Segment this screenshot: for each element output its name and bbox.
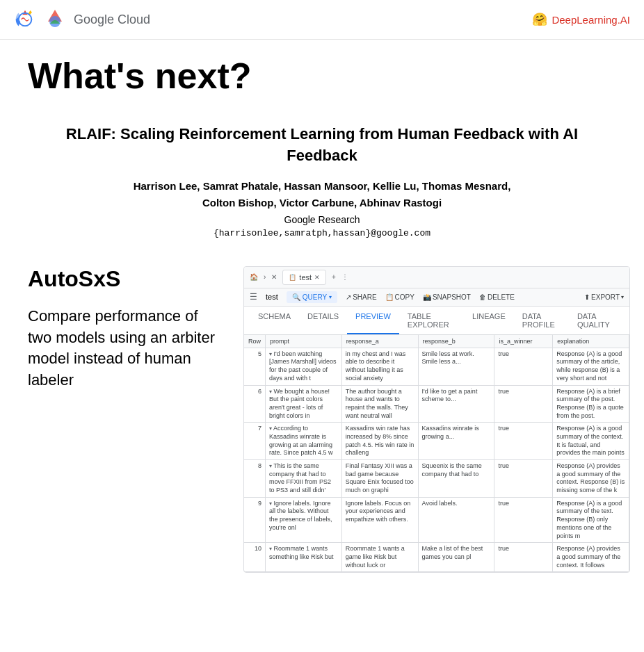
snapshot-button[interactable]: 📸 SNAPSHOT <box>423 293 471 301</box>
tab-data-profile[interactable]: DATA PROFILE <box>514 307 569 334</box>
cell-explanation: Response (A) is a good summary of the ar… <box>553 348 629 385</box>
expand-btn[interactable]: ▾ <box>269 500 272 507</box>
expand-btn[interactable]: ▾ <box>269 351 272 357</box>
cell-row-num: 10 <box>244 543 266 572</box>
copy-button[interactable]: 📋 COPY <box>385 293 414 301</box>
table-row: 9 ▾ Ignore labels. Ignore all the labels… <box>244 497 629 542</box>
expand-btn[interactable]: ▾ <box>269 463 272 469</box>
table-row: 10 ▾ Roommate 1 wants something like Ris… <box>244 543 629 572</box>
paper-institution: Google Research <box>28 214 616 225</box>
bq-toolbar-top: 🏠 › ✕ 📋 test ✕ + ⋮ <box>244 267 629 288</box>
cell-prompt: ▾ We bought a house! But the paint color… <box>266 385 342 423</box>
deeplearning-icon: 🤗 <box>532 12 547 27</box>
data-table: Row prompt response_a response_b is_a_wi… <box>244 335 629 573</box>
cell-prompt: ▾ I'd been watching [James Marshall] vid… <box>266 348 342 385</box>
share-icon: ↗ <box>346 293 351 301</box>
cell-prompt: ▾ According to Kassadins winrate is grow… <box>266 423 342 460</box>
export-button[interactable]: ⬆ EXPORT ▾ <box>584 293 624 301</box>
cell-explanation: Response (A) provides a good summary of … <box>553 460 629 498</box>
col-response-a: response_a <box>341 335 418 348</box>
cell-response-b: Make a list of the best games you can pl <box>418 543 494 572</box>
tab-table-explorer[interactable]: TABLE EXPLORER <box>399 307 464 334</box>
tab-schema[interactable]: SCHEMA <box>250 307 299 334</box>
cell-is-winner: true <box>494 348 553 385</box>
deeplearning-brand: 🤗 DeepLearning.AI <box>532 12 630 27</box>
chevron-down-icon: ▾ <box>329 294 332 300</box>
cell-prompt: ▾ Roommate 1 wants something like Risk b… <box>266 543 342 572</box>
page-title-section: What's next? <box>0 40 644 103</box>
col-response-b: response_b <box>418 335 494 348</box>
table-row: 7 ▾ According to Kassadins winrate is gr… <box>244 423 629 460</box>
cell-prompt: ▾ Ignore labels. Ignore all the labels. … <box>266 497 342 542</box>
export-icon: ⬆ <box>584 293 590 301</box>
cell-explanation: Response (A) is a good summary of the te… <box>553 497 629 542</box>
table-header-row: Row prompt response_a response_b is_a_wi… <box>244 335 629 348</box>
deeplearning-text: DeepLearning.AI <box>552 14 630 26</box>
cell-response-b: I'd like to get a paint scheme to... <box>418 385 494 423</box>
cell-response-b: Kassadins winrate is growing a... <box>418 423 494 460</box>
bq-tab-test[interactable]: 📋 test ✕ <box>282 270 326 285</box>
cell-response-b: Smile less at work. Smile less a... <box>418 348 494 385</box>
google-cloud-logo-svg <box>43 10 67 29</box>
autosxs-title: AutoSxS <box>28 266 223 292</box>
paper-title: RLAIF: Scaling Reinforcement Learning fr… <box>58 124 586 167</box>
share-button[interactable]: ↗ SHARE <box>346 293 376 301</box>
autosxs-description: Compare performance of two models using … <box>28 306 223 391</box>
cell-row-num: 9 <box>244 497 266 542</box>
cell-is-winner: true <box>494 423 553 460</box>
table-row: 8 ▾ This is the same company that had to… <box>244 460 629 498</box>
table-body: 5 ▾ I'd been watching [James Marshall] v… <box>244 348 629 572</box>
google-cloud-logo: Google Cloud <box>14 8 150 31</box>
col-prompt: prompt <box>266 335 342 348</box>
col-is-winner: is_a_winner <box>494 335 553 348</box>
cell-row-num: 7 <box>244 423 266 460</box>
expand-btn[interactable]: ▾ <box>269 546 272 552</box>
copy-icon: 📋 <box>385 293 394 301</box>
cell-explanation: Response (A) provides a good summary of … <box>553 543 629 572</box>
bq-actions: ☰ test 🔍 QUERY ▾ ↗ SHARE 📋 COPY 📸 SNAPSH… <box>244 288 629 307</box>
bigquery-panel: 🏠 › ✕ 📋 test ✕ + ⋮ ☰ test 🔍 QUERY ▾ ↗ SH… <box>243 266 630 573</box>
tab-data-quality[interactable]: DATA QUALITY <box>569 307 624 334</box>
tab-lineage[interactable]: LINEAGE <box>464 307 514 334</box>
cell-response-a: Roommate 1 wants a game like Risk but wi… <box>341 543 418 572</box>
cell-explanation: Response (A) is a brief summary of the p… <box>553 385 629 423</box>
query-button[interactable]: 🔍 QUERY ▾ <box>287 291 337 303</box>
hamburger-icon[interactable]: ☰ <box>250 292 257 302</box>
cell-response-b: Avoid labels. <box>418 497 494 542</box>
cell-response-b: Squeenix is the same company that had to <box>418 460 494 498</box>
tab-label: test <box>299 273 312 282</box>
table-row: 5 ▾ I'd been watching [James Marshall] v… <box>244 348 629 385</box>
delete-button[interactable]: 🗑 DELETE <box>479 293 515 301</box>
home-icon: 🏠 <box>250 273 258 281</box>
query-icon: 🔍 <box>292 293 300 301</box>
options-icon[interactable]: ⋮ <box>341 273 348 281</box>
google-cloud-icon <box>14 8 36 31</box>
chevron-down-icon: ▾ <box>621 294 624 300</box>
cell-explanation: Response (A) is a good summary of the co… <box>553 423 629 460</box>
cell-is-winner: true <box>494 497 553 542</box>
cell-prompt: ▾ This is the same company that had to m… <box>266 460 342 498</box>
close-icon: ✕ <box>271 273 277 281</box>
tab-close[interactable]: ✕ <box>314 274 320 281</box>
cell-is-winner: true <box>494 460 553 498</box>
tab-details[interactable]: DETAILS <box>299 307 347 334</box>
table-icon: 📋 <box>289 274 296 281</box>
paper-section: RLAIF: Scaling Reinforcement Learning fr… <box>0 103 644 252</box>
add-tab-icon[interactable]: + <box>332 273 336 281</box>
table-name-label: test <box>266 293 278 301</box>
tab-preview[interactable]: PREVIEW <box>347 307 399 334</box>
table-row: 6 ▾ We bought a house! But the paint col… <box>244 385 629 423</box>
left-panel: AutoSxS Compare performance of two model… <box>28 266 223 573</box>
expand-btn[interactable]: ▾ <box>269 425 272 432</box>
google-cloud-text: Google Cloud <box>74 13 150 27</box>
col-row: Row <box>244 335 266 348</box>
main-content: AutoSxS Compare performance of two model… <box>0 252 644 587</box>
table-container: Row prompt response_a response_b is_a_wi… <box>244 335 629 573</box>
cell-response-a: Kassadins win rate has increased by 8% s… <box>341 423 418 460</box>
bq-menu-bar: SCHEMA DETAILS PREVIEW TABLE EXPLORER LI… <box>244 307 629 335</box>
snapshot-icon: 📸 <box>423 293 431 301</box>
expand-btn[interactable]: ▾ <box>269 389 272 395</box>
cell-response-a: Ignore labels. Focus on your experiences… <box>341 497 418 542</box>
cell-is-winner: true <box>494 385 553 423</box>
col-explanation: explanation <box>553 335 629 348</box>
